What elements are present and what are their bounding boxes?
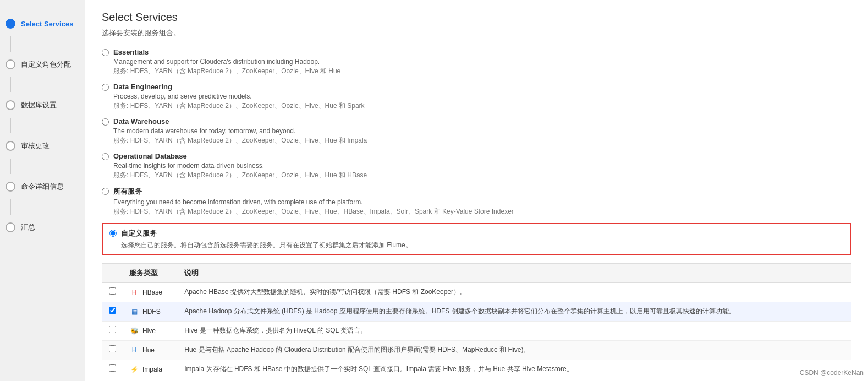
radio-data-warehouse[interactable] [102,118,109,126]
service-icon-impala: ⚡ [129,364,139,374]
option-data-warehouse: Data Warehouse The modern data warehouse… [102,117,851,145]
table-row: HHueHue 是与包括 Apache Hadoop 的 Cloudera Di… [102,341,851,360]
service-label-hive: Hive [142,327,156,335]
checkbox-hive[interactable] [109,326,116,333]
step-circle-command-details [6,182,15,192]
service-desc-cell-impala: Impala 为存储在 HDFS 和 HBase 中的数据提供了一个实时 SQL… [178,360,851,379]
table-header-desc: 说明 [178,264,851,283]
checkbox-hue[interactable] [109,345,116,352]
sidebar-item-command-details[interactable]: 命令详细信息 [0,174,85,199]
connector-3 [10,118,11,133]
connector-4 [10,159,11,174]
option-desc-all-services: Everything you need to become informatio… [113,198,514,206]
checkbox-cell-hue[interactable] [102,341,123,360]
checkbox-hdfs[interactable] [109,307,116,314]
service-desc-cell-hue: Hue 是与包括 Apache Hadoop 的 Cloudera Distri… [178,341,851,360]
option-title-data-warehouse: Data Warehouse [113,117,367,126]
sidebar-item-audit-changes[interactable]: 审核更改 [0,133,85,159]
table-header-checkbox [102,264,123,283]
checkbox-hbase[interactable] [109,287,116,295]
option-services-data-engineering: 服务: HDFS、YARN（含 MapReduce 2）、ZooKeeper、O… [113,101,365,111]
sidebar-label-summary: 汇总 [21,222,35,232]
service-icon-hdfs: ▦ [129,307,139,317]
table-row: ⚡ImpalaImpala 为存储在 HDFS 和 HBase 中的数据提供了一… [102,360,851,379]
service-icon-hbase: H [129,287,139,297]
sidebar-item-summary[interactable]: 汇总 [0,215,85,240]
sidebar-item-custom-role[interactable]: 自定义角色分配 [0,52,85,77]
radio-custom-service[interactable] [109,230,117,237]
table-row: 🐝HiveHive 是一种数据仓库系统，提供名为 HiveQL 的 SQL 类语… [102,322,851,341]
service-desc-cell-hbase: Apache HBase 提供对大型数据集的随机、实时的读/写访问权限（需要 H… [178,283,851,302]
service-label-impala: Impala [142,366,162,373]
services-table: 服务类型 说明 HHBaseApache HBase 提供对大型数据集的随机、实… [102,263,851,379]
option-services-operational-database: 服务: HDFS、YARN（含 MapReduce 2）、ZooKeeper、O… [113,171,367,180]
step-circle-db-settings [6,100,15,110]
option-title-all-services: 所有服务 [113,187,514,197]
connector-5 [10,199,11,215]
option-data-engineering: Data Engineering Process, develop, and s… [102,83,851,111]
option-desc-data-engineering: Process, develop, and serve predictive m… [113,92,365,100]
main-content: Select Services 选择要安装的服务组合。 Essentials M… [85,0,868,381]
service-label-hdfs: HDFS [142,308,161,315]
sidebar: Select Services 自定义角色分配 数据库设置 审核更改 命令详细信… [0,0,85,381]
radio-all-services[interactable] [102,188,109,195]
custom-service-box: 自定义服务 选择您自己的服务。将自动包含所选服务需要的服务。只有在设置了初始群集… [102,223,851,255]
step-circle-custom-role [6,59,15,69]
service-icon-hue: H [129,345,139,355]
option-services-essentials: 服务: HDFS、YARN（含 MapReduce 2）、ZooKeeper、O… [113,67,340,76]
option-all-services: 所有服务 Everything you need to become infor… [102,187,851,216]
page-title: Select Services [102,11,851,24]
checkbox-cell-impala[interactable] [102,360,123,379]
step-circle-select-services [6,19,15,29]
sidebar-item-select-services[interactable]: Select Services [0,11,85,36]
radio-operational-database[interactable] [102,153,109,160]
service-name-cell-impala: ⚡Impala [123,360,178,379]
option-title-essentials: Essentials [113,48,340,56]
service-label-hbase: HBase [142,289,162,296]
table-row: ▦HDFSApache Hadoop 分布式文件系统 (HDFS) 是 Hado… [102,302,851,322]
sidebar-label-custom-role: 自定义角色分配 [21,59,71,69]
checkbox-cell-hbase[interactable] [102,283,123,302]
option-services-all-services: 服务: HDFS、YARN（含 MapReduce 2）、ZooKeeper、O… [113,207,514,216]
checkbox-cell-hive[interactable] [102,322,123,341]
option-services-data-warehouse: 服务: HDFS、YARN（含 MapReduce 2）、ZooKeeper、O… [113,136,367,145]
step-circle-audit-changes [6,141,15,151]
service-name-cell-hue: HHue [123,341,178,360]
option-desc-essentials: Management and support for Cloudera's di… [113,58,340,66]
checkbox-cell-hdfs[interactable] [102,302,123,322]
step-circle-summary [6,222,15,232]
connector-1 [10,36,11,52]
option-title-operational-database: Operational Database [113,152,367,160]
custom-service-desc: 选择您自己的服务。将自动包含所选服务需要的服务。只有在设置了初始群集之后才能添加… [121,241,412,250]
option-title-data-engineering: Data Engineering [113,83,365,91]
connector-2 [10,77,11,92]
radio-data-engineering[interactable] [102,84,109,91]
radio-essentials[interactable] [102,49,109,56]
service-icon-hive: 🐝 [129,326,139,336]
service-name-cell-hdfs: ▦HDFS [123,302,178,322]
option-operational-database: Operational Database Real-time insights … [102,152,851,180]
sidebar-label-db-settings: 数据库设置 [21,100,57,110]
checkbox-impala[interactable] [109,364,116,372]
custom-service-title: 自定义服务 [121,228,412,238]
sidebar-label-audit-changes: 审核更改 [21,141,50,151]
service-name-cell-hbase: HHBase [123,283,178,302]
table-row: HHBaseApache HBase 提供对大型数据集的随机、实时的读/写访问权… [102,283,851,302]
service-name-cell-hive: 🐝Hive [123,322,178,341]
option-desc-data-warehouse: The modern data warehouse for today, tom… [113,127,367,135]
watermark: CSDN @coderKeNan [800,369,864,377]
service-desc-cell-hdfs: Apache Hadoop 分布式文件系统 (HDFS) 是 Hadoop 应用… [178,302,851,322]
option-essentials: Essentials Management and support for Cl… [102,48,851,76]
option-desc-operational-database: Real-time insights for modern data-drive… [113,162,367,170]
sidebar-label-select-services: Select Services [21,20,73,28]
service-desc-cell-hive: Hive 是一种数据仓库系统，提供名为 HiveQL 的 SQL 类语言。 [178,322,851,341]
sidebar-label-command-details: 命令详细信息 [21,182,64,192]
sidebar-item-db-settings[interactable]: 数据库设置 [0,92,85,118]
service-label-hue: Hue [142,346,155,354]
table-header-service: 服务类型 [123,264,178,283]
page-subtitle: 选择要安装的服务组合。 [102,28,851,38]
